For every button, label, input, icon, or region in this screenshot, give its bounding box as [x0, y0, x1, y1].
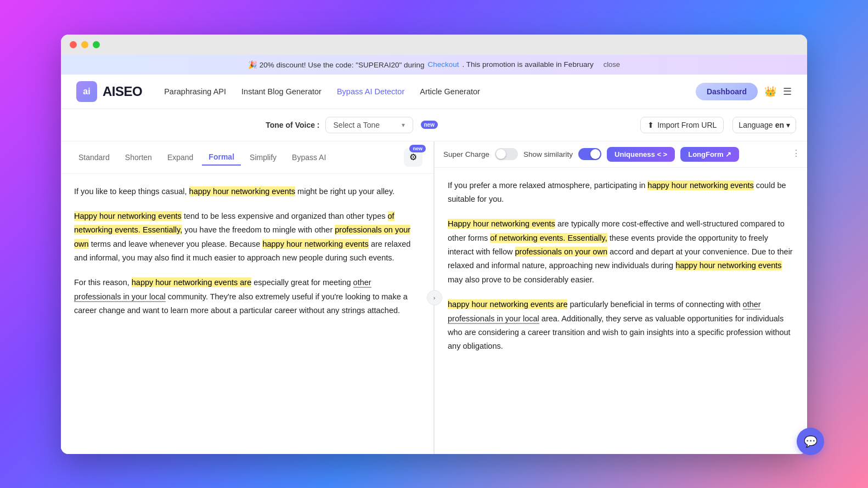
close-dot[interactable] [70, 41, 77, 48]
nav-paraphrasing-api[interactable]: Paraphrasing API [164, 87, 226, 96]
right-para-3: happy hour networking events are particu… [448, 298, 794, 354]
tab-simplify[interactable]: Simplify [243, 150, 283, 165]
expand-arrow-button[interactable]: › [427, 290, 442, 305]
title-bar [61, 35, 807, 55]
import-icon: ⬆ [647, 121, 654, 129]
tab-bypass-ai[interactable]: Bypass AI [285, 150, 332, 165]
right-editor-panel: Super Charge Show similarity Uniqueness … [435, 141, 807, 454]
chat-icon: 💬 [804, 435, 818, 448]
nav-instant-blog[interactable]: Instant Blog Generator [241, 87, 322, 96]
chat-support-button[interactable]: 💬 [797, 428, 824, 455]
left-editor-panel: Standard Shorten Expand Formal Simplify … [61, 141, 434, 454]
gear-icon: ⚙ [409, 152, 417, 162]
nav-article-gen[interactable]: Article Generator [420, 87, 480, 96]
right-highlight-5: happy hour networking events [675, 260, 781, 270]
uniqueness-button[interactable]: Uniqueness < > [607, 147, 675, 162]
nav-right: Dashboard 👑 ☰ [696, 83, 792, 100]
minimize-dot[interactable] [81, 41, 88, 48]
banner-text-2: . This promotion is available in Februar… [463, 60, 594, 69]
highlight-6: happy hour networking events are [132, 277, 251, 287]
right-highlight-2: Happy hour networking events [448, 219, 555, 229]
maximize-dot[interactable] [93, 41, 100, 48]
logo-text: AISEO [103, 84, 142, 99]
highlight-5: happy hour networking events [262, 239, 368, 249]
similarity-toggle[interactable] [578, 148, 601, 160]
tab-expand[interactable]: Expand [161, 150, 200, 165]
tab-shorten[interactable]: Shorten [119, 150, 159, 165]
content-area: Tone of Voice : Select a Tone ▾ new ⬆ Im… [61, 109, 807, 454]
right-highlight-4: professionals on your own [515, 247, 607, 257]
super-charge-label: Super Charge [443, 150, 489, 158]
logo-icon: ai [76, 81, 97, 102]
similarity-toggle-knob [590, 149, 600, 159]
left-text-content: If you like to keep things casual, happy… [61, 174, 433, 454]
tone-new-badge: new [421, 121, 438, 129]
lang-label: Language [739, 121, 773, 129]
lang-value: en [775, 121, 784, 129]
navbar: ai AISEO Paraphrasing API Instant Blog G… [61, 75, 807, 109]
language-selector[interactable]: Language en ▾ [732, 117, 796, 133]
tab-standard[interactable]: Standard [72, 150, 116, 165]
dashboard-button[interactable]: Dashboard [696, 83, 758, 100]
checkout-link[interactable]: Checkout [427, 60, 459, 69]
logo: ai AISEO [76, 81, 142, 102]
nav-bypass-ai[interactable]: Bypass AI Detector [337, 87, 404, 96]
tone-label: Tone of Voice : [266, 121, 319, 129]
import-label: Import From URL [657, 121, 717, 129]
super-charge-toggle[interactable] [495, 148, 518, 160]
toggle-knob [496, 149, 506, 159]
right-para-1: If you prefer a more relaxed atmosphere,… [448, 179, 794, 207]
promo-banner: 🎉 20% discount! Use the code: "SUPERAI20… [61, 55, 807, 75]
mode-tabs: Standard Shorten Expand Formal Simplify … [61, 141, 433, 174]
context-menu-icon[interactable]: ⋮ [792, 148, 801, 158]
right-highlight-3: of networking events. Essentially, [490, 233, 607, 243]
left-para-1: If you like to keep things casual, happy… [74, 185, 420, 198]
tone-placeholder: Select a Tone [334, 121, 380, 129]
longform-button[interactable]: LongForm ↗ [680, 147, 739, 162]
import-url-button[interactable]: ⬆ Import From URL [640, 117, 724, 133]
left-para-3: For this reason, happy hour networking e… [74, 276, 420, 317]
nav-links: Paraphrasing API Instant Blog Generator … [164, 87, 696, 96]
editor-container: Standard Shorten Expand Formal Simplify … [61, 141, 807, 454]
lang-chevron-icon: ▾ [786, 121, 790, 129]
app-window: 🎉 20% discount! Use the code: "SUPERAI20… [61, 35, 807, 454]
settings-gear-button[interactable]: ⚙ new [404, 148, 422, 167]
tab-formal[interactable]: Formal [202, 149, 241, 166]
output-toolbar: Super Charge Show similarity Uniqueness … [435, 141, 807, 168]
right-para-2: Happy hour networking events are typical… [448, 217, 794, 287]
highlight-1: happy hour networking events [189, 186, 295, 196]
right-text-content: If you prefer a more relaxed atmosphere,… [435, 168, 807, 454]
toolbar: Tone of Voice : Select a Tone ▾ new ⬆ Im… [61, 109, 807, 141]
left-para-2: Happy hour networking events tend to be … [74, 209, 420, 265]
crown-icon: 👑 [764, 86, 776, 98]
hamburger-menu-icon[interactable]: ☰ [783, 86, 792, 98]
highlight-2: Happy hour networking events [74, 211, 182, 221]
banner-text: 🎉 20% discount! Use the code: "SUPERAI20… [248, 60, 425, 69]
tone-select-dropdown[interactable]: Select a Tone ▾ [325, 117, 413, 133]
right-highlight-6: happy hour networking events are [448, 299, 567, 309]
banner-close[interactable]: close [604, 60, 620, 69]
show-similarity-label: Show similarity [523, 150, 573, 158]
tone-chevron-icon: ▾ [402, 121, 405, 129]
right-highlight-1: happy hour networking events [647, 180, 753, 190]
gear-new-badge: new [409, 145, 426, 152]
